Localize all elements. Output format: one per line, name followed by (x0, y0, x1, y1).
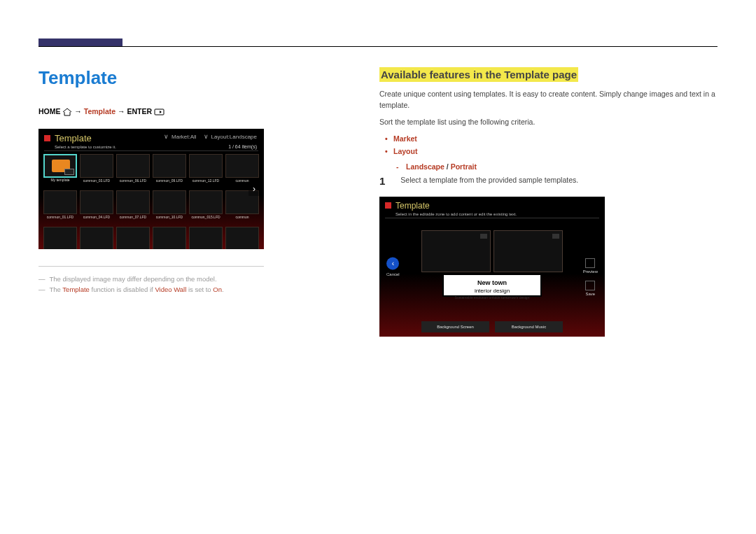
body-paragraph: Sort the template list using the followi… (379, 117, 718, 128)
cancel-label: Cancel (386, 272, 400, 276)
template-thumb[interactable]: common_04.LFD (80, 190, 113, 214)
template-list-screenshot: Template Select a template to customize … (38, 129, 264, 249)
page-title: Template (38, 67, 264, 89)
background-music-button[interactable]: Background Music (495, 321, 563, 332)
thumb-label: common_12.LFD (190, 178, 222, 183)
save-label: Save (583, 292, 598, 296)
breadcrumb: HOME → Template → ENTER (38, 107, 264, 118)
caption-title: New town (447, 279, 537, 286)
thumb-label: common_10.LFD (153, 215, 186, 219)
template-thumb[interactable]: common (225, 154, 259, 178)
note-line: ―The displayed image may differ dependin… (38, 274, 264, 284)
header-accent-bar (38, 38, 122, 46)
app-icon (44, 135, 50, 141)
template-thumb[interactable]: common_08.LFD (116, 227, 150, 249)
pager-count: 1 / 64 item(s) (228, 144, 257, 149)
template-thumb[interactable]: common_05.LFD (80, 227, 113, 249)
panel-subtitle: Select in the editable zone to add conte… (379, 212, 605, 218)
template-thumb[interactable]: common_09.LFD (153, 154, 186, 178)
thumb-label: common_01.LFD (44, 215, 76, 219)
caption-editable-zone[interactable]: New town interior design Sustainable evo… (442, 274, 541, 297)
template-thumb[interactable]: common_11.LFD (153, 227, 186, 249)
template-thumb[interactable]: common_07.LFD (116, 190, 150, 214)
next-arrow-button[interactable]: › (248, 182, 260, 196)
note-line: ―The Template function is disabled if Vi… (38, 284, 264, 295)
thumb-label: common_06.LFD (117, 178, 149, 183)
breadcrumb-home: HOME (38, 107, 61, 115)
header-divider (38, 46, 718, 47)
mini-preview (64, 169, 74, 175)
breadcrumb-template: Template (84, 107, 115, 115)
thumb-label: common_04.LFD (80, 215, 113, 219)
cancel-button[interactable]: ‹ (386, 257, 399, 269)
home-icon (62, 108, 72, 118)
panel-title: Template (396, 201, 430, 211)
bullet-market: Market (393, 133, 718, 146)
template-thumb[interactable]: common_12.LFD (189, 154, 223, 178)
edit-icon (552, 234, 559, 239)
template-thumb[interactable]: common_015.LFD (189, 190, 223, 214)
svg-rect-0 (155, 109, 164, 115)
template-thumb[interactable]: common_14.LFD (189, 227, 223, 249)
template-thumb[interactable]: common_01.LFD (43, 190, 77, 214)
editable-zone[interactable] (421, 230, 491, 273)
caption-subtitle: interior design (447, 288, 537, 294)
template-thumb[interactable]: common_03.LFD (80, 154, 113, 178)
chevron-right-icon: › (253, 184, 255, 194)
app-icon (385, 202, 391, 209)
save-button[interactable] (585, 281, 595, 290)
template-thumb[interactable]: common (225, 227, 259, 249)
section-subtitle: Available features in the Template page (379, 67, 578, 82)
background-screen-button[interactable]: Background Screen (421, 321, 489, 332)
chevron-down-icon: ∨ (164, 133, 169, 140)
template-thumb[interactable]: common_10.LFD (153, 190, 186, 214)
breadcrumb-arrow: → (74, 107, 82, 115)
layout-filter[interactable]: ∨Layout:Landscape (204, 133, 257, 140)
template-thumb[interactable]: common_02.LFD (43, 227, 77, 249)
market-filter[interactable]: ∨Market:All (164, 133, 197, 140)
panel-title: Template (55, 133, 92, 143)
thumb-label: common_09.LFD (153, 178, 186, 183)
caption-tagline: Sustainable evolution unfolds tomorrow's… (447, 295, 537, 300)
step-number: 1 (379, 175, 385, 187)
enter-icon (154, 108, 165, 118)
thumb-label: common_03.LFD (80, 178, 113, 183)
template-thumb[interactable]: common_06.LFD (116, 154, 150, 178)
template-edit-screenshot: Template Select in the editable zone to … (379, 197, 605, 337)
preview-button[interactable] (585, 258, 595, 268)
chevron-down-icon: ∨ (204, 133, 209, 140)
template-thumb[interactable]: My template (43, 154, 77, 178)
left-divider (38, 266, 264, 267)
edit-icon (480, 234, 487, 239)
sub-bullet-orientation: Landscape / Portrait (406, 162, 718, 171)
bullet-layout: Layout (393, 146, 718, 158)
body-paragraph: Create unique content using templates. I… (379, 89, 718, 111)
thumb-label: common (226, 215, 258, 219)
thumb-label: common_07.LFD (117, 215, 149, 219)
step-text: Select a template from the provided samp… (400, 175, 578, 187)
editable-zone[interactable] (493, 230, 563, 273)
thumb-label: common_015.LFD (190, 215, 222, 219)
preview-label: Preview (583, 269, 598, 274)
breadcrumb-enter: ENTER (127, 107, 152, 115)
back-arrow-icon: ‹ (392, 260, 394, 267)
thumb-label: My template (45, 178, 76, 182)
breadcrumb-arrow: → (118, 107, 125, 115)
